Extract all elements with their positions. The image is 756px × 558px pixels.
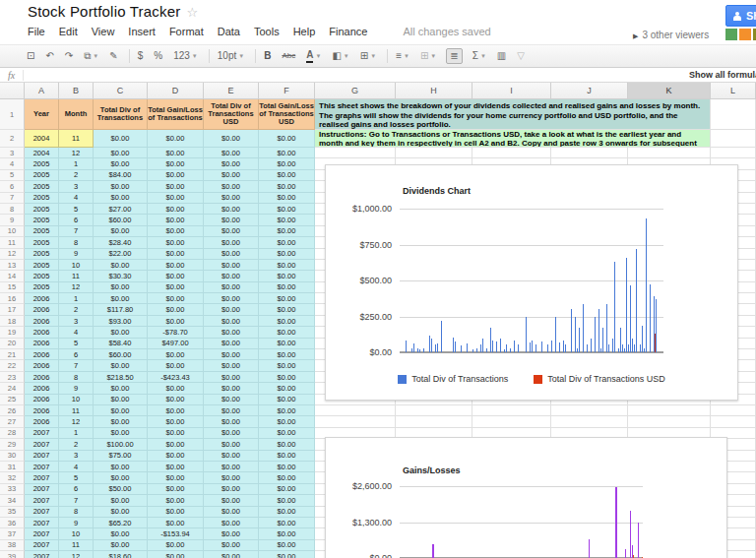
- cell-A18[interactable]: 2006: [25, 316, 59, 327]
- cell-F31[interactable]: $0.00: [259, 462, 315, 472]
- print-icon[interactable]: ⊡: [26, 48, 35, 64]
- cell-D24[interactable]: $0.00: [148, 383, 204, 394]
- row-header-26[interactable]: 26: [0, 405, 25, 416]
- cell-C19[interactable]: $0.00: [94, 327, 148, 338]
- cell-F8[interactable]: $0.00: [259, 204, 315, 215]
- column-header-I[interactable]: I: [472, 83, 551, 99]
- cell-H3[interactable]: [396, 148, 472, 158]
- cell-C39[interactable]: $18.60: [94, 551, 148, 558]
- cell-A7[interactable]: 2005: [25, 193, 59, 204]
- cell-D36[interactable]: $0.00: [148, 518, 204, 528]
- menu-item-data[interactable]: Data: [218, 26, 240, 37]
- cell-F38[interactable]: $0.00: [259, 540, 315, 551]
- cell-B27[interactable]: 12: [59, 416, 94, 427]
- column-header-F[interactable]: F: [259, 83, 315, 99]
- cell-B13[interactable]: 10: [59, 260, 94, 271]
- cell-E8[interactable]: $0.00: [204, 204, 259, 215]
- row-header-10[interactable]: 10: [0, 226, 25, 237]
- cell-D4[interactable]: $0.00: [148, 158, 204, 169]
- cell-F27[interactable]: $0.00: [259, 416, 315, 427]
- document-title[interactable]: Stock Portfolio Tracker☆: [28, 3, 198, 20]
- cell-B14[interactable]: 11: [59, 271, 94, 281]
- cell-A5[interactable]: 2005: [25, 170, 59, 181]
- cell-D39[interactable]: $0.00: [148, 551, 204, 558]
- cell-F33[interactable]: $0.00: [259, 484, 315, 495]
- cell-C31[interactable]: $0.00: [94, 462, 148, 472]
- cell-D5[interactable]: $0.00: [148, 170, 204, 181]
- cell-A25[interactable]: 2006: [25, 395, 59, 405]
- cell-E38[interactable]: $0.00: [204, 540, 259, 551]
- cell-E3[interactable]: $0.00: [204, 148, 259, 158]
- share-button[interactable]: Share: [725, 5, 756, 27]
- cell-C14[interactable]: $30.30: [94, 271, 148, 281]
- cell-K27[interactable]: [628, 416, 711, 427]
- row-header-1[interactable]: 1: [0, 99, 25, 130]
- cell-A35[interactable]: 2007: [25, 507, 59, 518]
- cell-D10[interactable]: $0.00: [148, 226, 204, 237]
- field-header-B[interactable]: Month: [59, 99, 94, 130]
- cell-D7[interactable]: $0.00: [148, 193, 204, 204]
- cell-C22[interactable]: $0.00: [94, 360, 148, 371]
- cell-E21[interactable]: $0.00: [204, 349, 259, 360]
- row-header-20[interactable]: 20: [0, 339, 25, 349]
- column-header-H[interactable]: H: [396, 83, 472, 99]
- cell-D25[interactable]: $0.00: [148, 395, 204, 405]
- cell-A11[interactable]: 2005: [25, 237, 59, 248]
- cell-A10[interactable]: 2005: [25, 226, 59, 237]
- show-all-formulas-link[interactable]: Show all formulas: [689, 70, 756, 80]
- paste-format-icon[interactable]: ⧉▼: [83, 48, 99, 64]
- cell-D13[interactable]: $0.00: [148, 260, 204, 271]
- cell-C25[interactable]: $0.00: [94, 395, 148, 405]
- cell-A29[interactable]: 2007: [25, 439, 59, 450]
- cell-E5[interactable]: $0.00: [204, 170, 259, 181]
- cell-E37[interactable]: $0.00: [204, 528, 259, 539]
- cell-E11[interactable]: $0.00: [204, 237, 259, 248]
- cell-C29[interactable]: $100.00: [94, 439, 148, 450]
- cell-F36[interactable]: $0.00: [259, 518, 315, 528]
- row-header-32[interactable]: 32: [0, 472, 25, 483]
- cell-C8[interactable]: $27.00: [94, 204, 148, 215]
- menu-item-format[interactable]: Format: [169, 26, 204, 37]
- cell-F26[interactable]: $0.00: [259, 405, 315, 416]
- row-header-14[interactable]: 14: [0, 271, 25, 281]
- cell-F9[interactable]: $0.00: [259, 215, 315, 225]
- cell-B4[interactable]: 1: [59, 158, 94, 169]
- cell-E28[interactable]: $0.00: [204, 428, 259, 439]
- cell-C3[interactable]: $0.00: [94, 148, 148, 158]
- cell-A31[interactable]: 2007: [25, 462, 59, 472]
- cell-F23[interactable]: $0.00: [259, 372, 315, 383]
- column-header-J[interactable]: J: [551, 83, 628, 99]
- cell-B19[interactable]: 4: [59, 327, 94, 338]
- cell-F25[interactable]: $0.00: [259, 395, 315, 405]
- cell-F29[interactable]: $0.00: [259, 439, 315, 450]
- column-header-B[interactable]: B: [59, 83, 94, 99]
- cell-A32[interactable]: 2007: [25, 472, 59, 483]
- cell-D26[interactable]: $0.00: [148, 405, 204, 416]
- font-size-button[interactable]: 10pt▼: [217, 48, 245, 64]
- cell-F20[interactable]: $0.00: [259, 339, 315, 349]
- number-format-button[interactable]: 123▼: [172, 48, 199, 64]
- cell-J26[interactable]: [551, 405, 628, 416]
- row-header-33[interactable]: 33: [0, 484, 25, 495]
- cell-D8[interactable]: $0.00: [148, 204, 204, 215]
- formula-input[interactable]: [24, 69, 756, 82]
- row-header-39[interactable]: 39: [0, 551, 25, 558]
- cell-L3[interactable]: [711, 148, 756, 158]
- other-viewers[interactable]: ▶3 other viewers: [633, 30, 709, 40]
- cell-B25[interactable]: 10: [59, 395, 94, 405]
- cell-A24[interactable]: 2006: [25, 383, 59, 394]
- cell-D3[interactable]: $0.00: [148, 148, 204, 158]
- cell-L27[interactable]: [711, 416, 756, 427]
- cell-E10[interactable]: $0.00: [204, 226, 259, 237]
- row-header-3[interactable]: 3: [0, 148, 25, 158]
- cell-D11[interactable]: $0.00: [148, 237, 204, 248]
- row-header-2[interactable]: 2: [0, 130, 25, 148]
- row-header-30[interactable]: 30: [0, 451, 25, 462]
- cell-A6[interactable]: 2005: [25, 181, 59, 192]
- note-instructions[interactable]: Instructions: Go to Transactions or Tran…: [315, 130, 711, 148]
- row-header-23[interactable]: 23: [0, 372, 25, 383]
- cell-E24[interactable]: $0.00: [204, 383, 259, 394]
- cell-D30[interactable]: $0.00: [148, 451, 204, 462]
- cell-F30[interactable]: $0.00: [259, 451, 315, 462]
- cell-F37[interactable]: $0.00: [259, 528, 315, 539]
